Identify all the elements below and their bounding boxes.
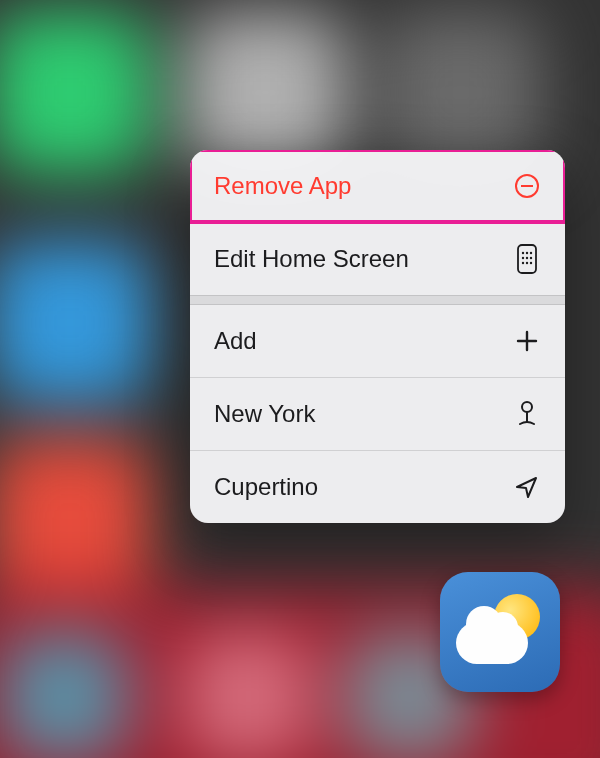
menu-item-label: Add xyxy=(214,327,257,355)
menu-item-label: New York xyxy=(214,400,315,428)
weather-app-icon[interactable] xyxy=(440,572,560,692)
svg-point-4 xyxy=(526,252,528,254)
svg-point-10 xyxy=(526,262,528,264)
svg-point-7 xyxy=(526,257,528,259)
menu-item-label: Cupertino xyxy=(214,473,318,501)
menu-item-edit-home-screen[interactable]: Edit Home Screen xyxy=(190,223,565,295)
svg-point-3 xyxy=(522,252,524,254)
remove-circle-icon xyxy=(513,172,541,200)
menu-item-label: Remove App xyxy=(214,172,351,200)
svg-point-11 xyxy=(530,262,532,264)
svg-point-9 xyxy=(522,262,524,264)
menu-item-remove-app[interactable]: Remove App xyxy=(190,150,565,222)
plus-icon xyxy=(513,327,541,355)
pin-icon xyxy=(513,400,541,428)
menu-item-add[interactable]: Add xyxy=(190,305,565,377)
menu-item-cupertino[interactable]: Cupertino xyxy=(190,451,565,523)
svg-point-8 xyxy=(530,257,532,259)
cloud-icon xyxy=(456,622,528,664)
menu-section-divider xyxy=(190,295,565,305)
svg-point-14 xyxy=(522,402,532,412)
svg-point-6 xyxy=(522,257,524,259)
app-context-menu: Remove App Edit Home Screen xyxy=(190,150,565,523)
location-arrow-icon xyxy=(513,473,541,501)
menu-item-new-york[interactable]: New York xyxy=(190,378,565,450)
svg-point-5 xyxy=(530,252,532,254)
menu-item-label: Edit Home Screen xyxy=(214,245,409,273)
phone-grid-icon xyxy=(513,245,541,273)
